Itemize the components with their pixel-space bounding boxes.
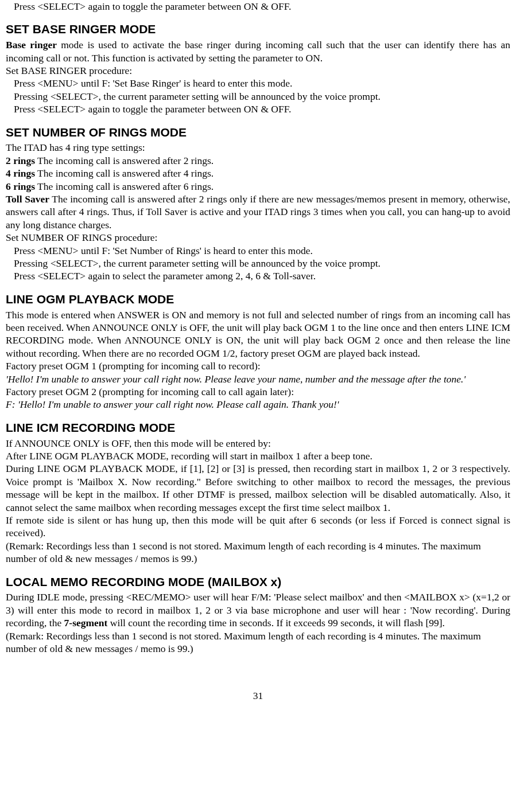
num-rings-proc-title: Set NUMBER OF RINGS procedure: [6,231,510,244]
ogm2-message: F: 'Hello! I'm unable to answer your cal… [6,398,510,411]
num-rings-ts-bold: Toll Saver [6,193,49,205]
heading-set-number-of-rings: SET NUMBER OF RINGS MODE [6,125,510,140]
num-rings-ts-rest: The incoming call is answered after 2 ri… [6,193,510,231]
base-ringer-intro: Base ringer mode is used to activate the… [6,38,510,64]
base-ringer-step-3: Press <SELECT> again to toggle the param… [6,103,510,115]
local-memo-remark: (Remark: Recordings less than 1 second i… [6,630,510,655]
ogm-playback-p1: This mode is entered when ANSWER is ON a… [6,309,510,360]
base-ringer-bold: Base ringer [6,39,57,50]
num-rings-step-2: Pressing <SELECT>, the current parameter… [6,257,510,270]
heading-line-ogm-playback: LINE OGM PLAYBACK MODE [6,292,510,307]
icm-p1: If ANNOUNCE ONLY is OFF, then this mode … [6,437,510,450]
ogm1-message: 'Hello! I'm unable to answer your call r… [6,373,510,385]
heading-line-icm-recording: LINE ICM RECORDING MODE [6,420,510,436]
ogm1-label: Factory preset OGM 1 (prompting for inco… [6,360,510,372]
num-rings-step-1: Press <MENU> until F: 'Set Number of Rin… [6,244,510,257]
icm-p4: If remote side is silent or has hung up,… [6,514,510,540]
ogm2-label: Factory preset OGM 2 (prompting for inco… [6,385,510,398]
num-rings-tollsaver: Toll Saver The incoming call is answered… [6,193,510,231]
base-ringer-step-1: Press <MENU> until F: 'Set Base Ringer' … [6,77,510,89]
icm-p2: After LINE OGM PLAYBACK MODE, recording … [6,450,510,462]
num-rings-intro: The ITAD has 4 ring type settings: [6,141,510,154]
icm-p3: During LINE OGM PLAYBACK MODE, if [1], [… [6,462,510,514]
num-rings-6-rest: The incoming call is answered after 6 ri… [35,181,214,192]
num-rings-2: 2 rings The incoming call is answered af… [6,154,510,167]
num-rings-6: 6 rings The incoming call is answered af… [6,180,510,193]
num-rings-2-bold: 2 rings [6,155,35,166]
num-rings-4: 4 rings The incoming call is answered af… [6,167,510,179]
heading-set-base-ringer: SET BASE RINGER MODE [6,22,510,37]
num-rings-2-rest: The incoming call is answered after 2 ri… [35,155,214,166]
base-ringer-proc-title: Set BASE RINGER procedure: [6,64,510,77]
heading-local-memo-recording: LOCAL MEMO RECORDING MODE (MAILBOX x) [6,575,510,590]
num-rings-4-rest: The incoming call is answered after 4 ri… [35,167,214,179]
page-number: 31 [6,689,510,702]
num-rings-step-3: Press <SELECT> again to select the param… [6,270,510,282]
base-ringer-rest: mode is used to activate the base ringer… [6,39,510,63]
icm-remark: (Remark: Recordings less than 1 second i… [6,540,510,565]
local-memo-7segment-bold: 7-segment [64,617,108,628]
num-rings-6-bold: 6 rings [6,181,35,192]
base-ringer-step-2: Pressing <SELECT>, the current parameter… [6,90,510,103]
intro-fragment: Press <SELECT> again to toggle the param… [6,0,510,13]
local-memo-p1: During IDLE mode, pressing <REC/MEMO> us… [6,591,510,629]
num-rings-4-bold: 4 rings [6,167,35,179]
local-memo-p1-b: will count the recording time in seconds… [107,617,445,628]
